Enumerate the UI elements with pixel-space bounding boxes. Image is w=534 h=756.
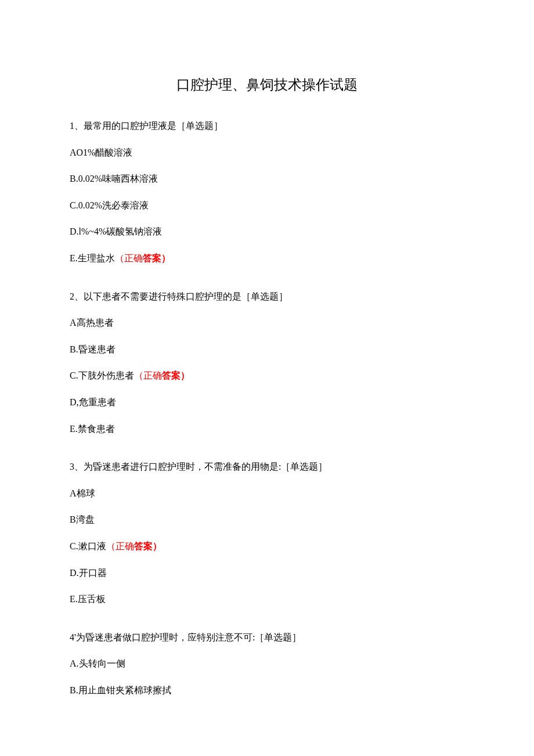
option: D.l%~4%碳酸氢钠溶液 xyxy=(70,224,464,239)
option: C.漱口液（正确答案） xyxy=(70,539,464,554)
option: E.禁食患者 xyxy=(70,422,464,437)
option: E.生理盐水（正确答案） xyxy=(70,251,464,266)
option: D.开口器 xyxy=(70,566,464,581)
option-text: A.头转向一侧 xyxy=(70,658,125,668)
correct-bold: 答案） xyxy=(143,253,171,263)
correct-bold: 答案） xyxy=(134,541,162,551)
question-text: 3、为昏迷患者进行口腔护理时，不需准备的用物是:［单选题］ xyxy=(70,459,464,474)
option: D,危重患者 xyxy=(70,395,464,410)
question-text: 4'为昏迷患者做口腔护理时，应特别注意不可:［单选题］ xyxy=(70,630,464,645)
correct-prefix: （正确 xyxy=(106,541,134,551)
option: B湾盘 xyxy=(70,512,464,527)
correct-answer: （正确答案） xyxy=(115,253,171,263)
option-text: D.开口器 xyxy=(70,568,107,578)
option-text: B.0.02%味喃西林溶液 xyxy=(70,174,158,183)
question-text: 2、以下患者不需要进行特殊口腔护理的是［单选题］ xyxy=(70,289,464,304)
option-text: A棉球 xyxy=(70,488,95,498)
option: A高热患者 xyxy=(70,315,464,330)
option-text: A高热患者 xyxy=(70,318,114,327)
option: B.0.02%味喃西林溶液 xyxy=(70,171,464,186)
option: B.用止血钳夹紧棉球擦拭 xyxy=(70,683,464,698)
correct-answer: （正确答案） xyxy=(134,370,190,380)
option-text: B.昏迷患者 xyxy=(70,344,116,354)
option-text: C.0.02%洗必泰溶液 xyxy=(70,200,149,210)
option-text: E.生理盐水 xyxy=(70,253,115,263)
option-text: B.用止血钳夹紧棉球擦拭 xyxy=(70,685,171,695)
option-text: D,危重患者 xyxy=(70,397,116,407)
option-text: E.压舌板 xyxy=(70,594,106,604)
option-text: B湾盘 xyxy=(70,514,95,524)
option-text: E.禁食患者 xyxy=(70,424,115,434)
correct-prefix: （正确 xyxy=(134,370,162,380)
option: A.头转向一侧 xyxy=(70,656,464,671)
option: C.0.02%洗必泰溶液 xyxy=(70,198,464,213)
option-text: AO1%醋酸溶液 xyxy=(70,147,132,157)
option-text: C.漱口液 xyxy=(70,541,106,551)
correct-bold: 答案） xyxy=(162,370,190,380)
option: E.压舌板 xyxy=(70,592,464,607)
question-4: 4'为昏迷患者做口腔护理时，应特别注意不可:［单选题］ A.头转向一侧 B.用止… xyxy=(70,630,464,698)
correct-answer: （正确答案） xyxy=(106,541,162,551)
option: B.昏迷患者 xyxy=(70,342,464,357)
option: AO1%醋酸溶液 xyxy=(70,145,464,160)
page-title: 口腔护理、鼻饲技术操作试题 xyxy=(70,75,464,94)
question-3: 3、为昏迷患者进行口腔护理时，不需准备的用物是:［单选题］ A棉球 B湾盘 C.… xyxy=(70,459,464,607)
question-1: 1、最常用的口腔护理液是［单选题］ AO1%醋酸溶液 B.0.02%味喃西林溶液… xyxy=(70,118,464,266)
option: A棉球 xyxy=(70,486,464,501)
question-2: 2、以下患者不需要进行特殊口腔护理的是［单选题］ A高热患者 B.昏迷患者 C.… xyxy=(70,289,464,437)
option-text: D.l%~4%碳酸氢钠溶液 xyxy=(70,226,162,236)
correct-prefix: （正确 xyxy=(115,253,143,263)
option: C.下肢外伤患者（正确答案） xyxy=(70,368,464,383)
question-text: 1、最常用的口腔护理液是［单选题］ xyxy=(70,118,464,134)
option-text: C.下肢外伤患者 xyxy=(70,370,134,380)
